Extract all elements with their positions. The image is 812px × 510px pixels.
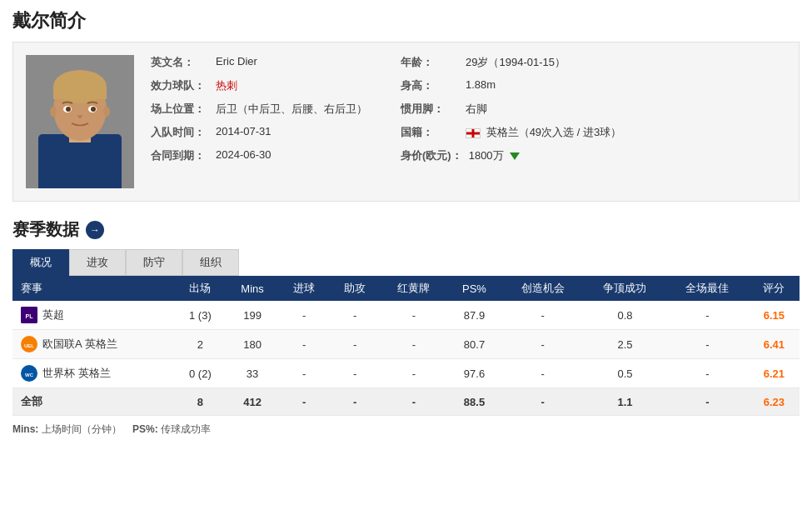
player-photo <box>26 55 134 188</box>
age-row: 年龄： 29岁（1994-01-15） <box>401 55 621 70</box>
row-competition: WC 世界杯 英格兰 <box>12 359 174 388</box>
footnote: Mins: 上场时间（分钟） PS%: 传球成功率 <box>12 422 800 437</box>
col-assists: 助攻 <box>330 276 381 301</box>
value-label: 身价(欧元)： <box>401 148 462 163</box>
svg-point-8 <box>66 107 71 112</box>
profile-box: 英文名： Eric Dier 效力球队： 热刺 场上位置： 后卫（中后卫、后腰、… <box>12 42 800 202</box>
row-chances-total: - <box>501 388 584 416</box>
row-assists: - <box>330 301 381 330</box>
svg-text:WC: WC <box>25 372 34 378</box>
join-date-value: 2014-07-31 <box>216 125 271 138</box>
row-motm-total: - <box>666 388 749 416</box>
row-cards: - <box>381 301 447 330</box>
foot-label: 惯用脚： <box>401 102 459 117</box>
tab-defense[interactable]: 防守 <box>126 249 182 276</box>
nationality-label: 国籍： <box>401 125 459 140</box>
row-aerial: 0.8 <box>584 301 666 330</box>
col-mins: Mins <box>226 276 278 301</box>
row-mins: 180 <box>226 330 278 359</box>
col-ps-pct: PS% <box>447 276 501 301</box>
row-assists-total: - <box>330 388 381 416</box>
stats-table: 赛事 出场 Mins 进球 助攻 红黄牌 PS% 创造机会 争顶成功 全场最佳 … <box>12 276 800 416</box>
age-value: 29岁（1994-01-15） <box>466 55 565 70</box>
table-row-total: 全部 8 412 - - - 88.5 - 1.1 - 6.23 <box>12 388 800 416</box>
value-row: 身价(欧元)： 1800万 <box>401 148 621 163</box>
tab-overview[interactable]: 概况 <box>12 249 69 276</box>
row-competition: UEL 欧国联A 英格兰 <box>12 330 174 359</box>
col-goals: 进球 <box>279 276 330 301</box>
age-label: 年龄： <box>401 55 459 70</box>
row-mins-total: 412 <box>226 388 278 416</box>
col-appearances: 出场 <box>174 276 226 301</box>
row-goals-total: - <box>279 388 330 416</box>
row-chances: - <box>501 301 584 330</box>
table-row: WC 世界杯 英格兰 0 (2) 33 - - - 97.6 - 0.5 - 6… <box>12 359 800 388</box>
stats-section-title: 赛季数据 → <box>12 218 800 241</box>
english-name-row: 英文名： Eric Dier <box>151 55 367 70</box>
position-value: 后卫（中后卫、后腰、右后卫） <box>216 102 367 117</box>
svg-point-9 <box>91 107 96 112</box>
col-rating: 评分 <box>749 276 800 301</box>
row-goals: - <box>279 359 330 388</box>
foot-row: 惯用脚： 右脚 <box>401 102 621 117</box>
profile-right-column: 年龄： 29岁（1994-01-15） 身高： 1.88m 惯用脚： 右脚 国籍… <box>401 55 621 188</box>
tab-attack[interactable]: 进攻 <box>69 249 126 276</box>
team-label: 效力球队： <box>151 78 209 93</box>
row-chances: - <box>501 330 584 359</box>
col-chances: 创造机会 <box>501 276 584 301</box>
row-mins: 33 <box>226 359 278 388</box>
row-goals: - <box>279 330 330 359</box>
value-value: 1800万 <box>469 148 521 163</box>
english-name-value: Eric Dier <box>216 55 257 68</box>
contract-value: 2024-06-30 <box>216 148 271 161</box>
contract-label: 合同到期： <box>151 148 209 163</box>
row-motm: - <box>666 330 749 359</box>
row-appearances: 0 (2) <box>174 359 226 388</box>
svg-point-11 <box>103 107 110 117</box>
tab-organization[interactable]: 组织 <box>182 249 239 276</box>
table-row: UEL 欧国联A 英格兰 2 180 - - - 80.7 - 2.5 - 6.… <box>12 330 800 359</box>
england-flag-icon <box>466 128 481 138</box>
row-aerial: 0.5 <box>584 359 666 388</box>
ps-footnote-label: PS%: <box>132 423 158 435</box>
svg-rect-5 <box>53 87 107 99</box>
page-title: 戴尔简介 <box>12 8 800 33</box>
arrow-circle-icon[interactable]: → <box>86 221 104 239</box>
height-row: 身高： 1.88m <box>401 78 621 93</box>
row-appearances: 1 (3) <box>174 301 226 330</box>
row-cards-total: - <box>381 388 447 416</box>
row-cards: - <box>381 359 447 388</box>
svg-text:UEL: UEL <box>24 343 34 348</box>
mins-footnote-desc: 上场时间（分钟） <box>42 423 122 435</box>
table-row: PL 英超 1 (3) 199 - - - 87.9 - 0.8 - 6.15 <box>12 301 800 330</box>
height-value: 1.88m <box>466 78 496 91</box>
col-motm: 全场最佳 <box>666 276 749 301</box>
row-motm: - <box>666 359 749 388</box>
row-motm: - <box>666 301 749 330</box>
row-ps-pct: 97.6 <box>447 359 501 388</box>
col-competition: 赛事 <box>12 276 174 301</box>
wc-icon: WC <box>21 365 37 382</box>
row-competition-total: 全部 <box>12 388 174 416</box>
profile-left-column: 英文名： Eric Dier 效力球队： 热刺 场上位置： 后卫（中后卫、后腰、… <box>151 55 367 188</box>
position-label: 场上位置： <box>151 102 209 117</box>
contract-row: 合同到期： 2024-06-30 <box>151 148 367 163</box>
value-down-arrow-icon <box>510 152 520 160</box>
height-label: 身高： <box>401 78 459 93</box>
position-row: 场上位置： 后卫（中后卫、后腰、右后卫） <box>151 102 367 117</box>
svg-point-10 <box>50 107 57 117</box>
team-value[interactable]: 热刺 <box>216 78 237 93</box>
row-rating: 6.15 <box>749 301 800 330</box>
col-cards: 红黄牌 <box>381 276 447 301</box>
row-mins: 199 <box>226 301 278 330</box>
row-appearances: 2 <box>174 330 226 359</box>
table-header-row: 赛事 出场 Mins 进球 助攻 红黄牌 PS% 创造机会 争顶成功 全场最佳 … <box>12 276 800 301</box>
row-cards: - <box>381 330 447 359</box>
stats-tabs: 概况 进攻 防守 组织 <box>12 249 800 276</box>
row-aerial-total: 1.1 <box>584 388 666 416</box>
ps-footnote-desc: 传球成功率 <box>161 423 211 435</box>
row-aerial: 2.5 <box>584 330 666 359</box>
profile-info: 英文名： Eric Dier 效力球队： 热刺 场上位置： 后卫（中后卫、后腰、… <box>151 55 786 188</box>
nationality-row: 国籍： 英格兰（49次入选 / 进3球） <box>401 125 621 140</box>
pl-icon: PL <box>21 307 37 323</box>
